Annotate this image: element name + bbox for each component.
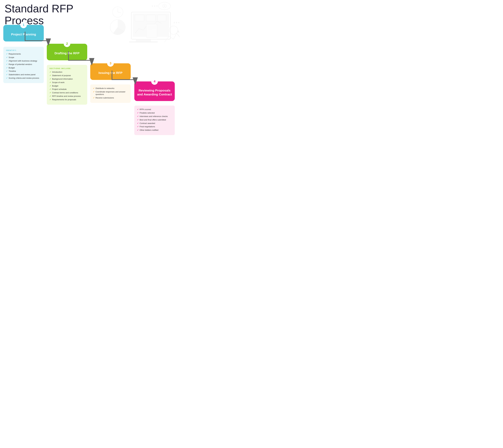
svg-point-22 bbox=[178, 22, 179, 23]
step3-number: 3 bbox=[107, 60, 114, 67]
list-item: ✓Budget bbox=[6, 67, 41, 69]
checkmark-icon: ✓ bbox=[50, 92, 51, 94]
checkmark-icon: ✓ bbox=[6, 63, 8, 66]
checkmark-icon: ✓ bbox=[6, 56, 8, 59]
checkmark-icon: ✓ bbox=[50, 71, 51, 73]
svg-rect-23 bbox=[146, 24, 157, 38]
list-item: ✓Interviews and reference checks bbox=[137, 115, 172, 118]
list-item: ✓Coordinate responses and answer questio… bbox=[93, 91, 128, 96]
checkmark-icon: ✓ bbox=[137, 112, 139, 114]
step2-number: 2 bbox=[64, 40, 70, 47]
step2-panel: SECTIONS INCLUDE: ✓Introduction ✓Stateme… bbox=[47, 65, 87, 105]
step4-label: Reviewing Proposals and Awarding Contrac… bbox=[136, 87, 172, 96]
list-item: ✓Contract terms and conditions bbox=[50, 92, 84, 94]
list-item: ✓Budget bbox=[50, 85, 84, 87]
svg-rect-4 bbox=[135, 15, 144, 21]
svg-point-20 bbox=[174, 22, 175, 23]
checkmark-icon: ✓ bbox=[137, 126, 139, 128]
list-item: ✓Receive submissions bbox=[93, 97, 128, 99]
step4-panel: ✓RFPs scored ✓Finalists selected ✓Interv… bbox=[134, 106, 175, 135]
checkmark-icon: ✓ bbox=[6, 60, 8, 62]
checkmark-icon: ✓ bbox=[137, 119, 139, 121]
list-item: ✓Other bidders notified bbox=[137, 129, 172, 131]
list-item: ✓Stakeholders and review panel bbox=[6, 73, 41, 76]
checkmark-icon: ✓ bbox=[50, 85, 51, 87]
checkmark-icon: ✓ bbox=[93, 97, 95, 99]
checkmark-icon: ✓ bbox=[50, 88, 51, 91]
list-item: ✓Range of potential vendors bbox=[6, 63, 41, 66]
main-title: Standard RFP Process bbox=[4, 3, 73, 27]
list-item: ✓RFP timeline and review process bbox=[50, 95, 84, 97]
checkmark-icon: ✓ bbox=[6, 73, 8, 76]
list-item: ✓Scope of work bbox=[50, 81, 84, 84]
bg-illustration bbox=[106, 0, 181, 57]
arrow1-2 bbox=[23, 32, 53, 48]
checkmark-icon: ✓ bbox=[6, 53, 8, 55]
svg-line-10 bbox=[118, 12, 121, 13]
svg-point-17 bbox=[152, 5, 153, 7]
step4-box: 4 Reviewing Proposals and Awarding Contr… bbox=[134, 81, 175, 101]
checkmark-icon: ✓ bbox=[137, 115, 139, 118]
list-item: ✓Project schedule bbox=[50, 88, 84, 91]
checkmark-icon: ✓ bbox=[137, 129, 139, 131]
svg-rect-3 bbox=[129, 41, 158, 43]
checkmark-icon: ✓ bbox=[137, 122, 139, 125]
title-line1: Standard RFP bbox=[4, 2, 73, 15]
checkmark-icon: ✓ bbox=[93, 91, 95, 93]
list-item: ✓Requirements bbox=[6, 53, 41, 55]
svg-line-15 bbox=[177, 33, 180, 37]
svg-point-19 bbox=[156, 5, 158, 7]
svg-rect-5 bbox=[146, 15, 155, 21]
checkmark-icon: ✓ bbox=[6, 70, 8, 73]
list-item: ✓Alignment with business strategy bbox=[6, 60, 41, 62]
checkmark-icon: ✓ bbox=[50, 74, 51, 77]
svg-point-13 bbox=[164, 5, 165, 7]
checkmark-icon: ✓ bbox=[50, 95, 51, 97]
arrow2-3 bbox=[66, 51, 96, 68]
checkmark-icon: ✓ bbox=[6, 77, 8, 80]
list-item: ✓Statement of purpose bbox=[50, 74, 84, 77]
checkmark-icon: ✓ bbox=[93, 87, 95, 90]
checkmark-icon: ✓ bbox=[137, 108, 139, 111]
checkmark-icon: ✓ bbox=[6, 67, 8, 69]
list-item: ✓Requirements for proposals bbox=[50, 98, 84, 101]
checkmark-icon: ✓ bbox=[50, 78, 51, 80]
list-item: ✓Background information bbox=[50, 78, 84, 80]
svg-point-21 bbox=[176, 22, 177, 23]
list-item: ✓Finalists selected bbox=[137, 112, 172, 114]
step3-panel: ✓Distribute to networks ✓Coordinate resp… bbox=[90, 84, 131, 103]
list-item: ✓Final negotiations bbox=[137, 126, 172, 128]
list-item: ✓RFPs scored bbox=[137, 108, 172, 111]
step1-panel: IDENTIFY: ✓Requirements ✓Scope ✓Alignmen… bbox=[3, 47, 44, 83]
arrow3-4 bbox=[110, 71, 140, 87]
svg-rect-6 bbox=[158, 15, 166, 21]
list-item: ✓Best and final offers submitted bbox=[137, 119, 172, 121]
svg-point-18 bbox=[154, 5, 155, 7]
svg-rect-2 bbox=[136, 39, 151, 41]
step1-number: 1 bbox=[20, 22, 27, 28]
step4-number: 4 bbox=[151, 78, 158, 85]
list-item: ✓Introduction bbox=[50, 71, 84, 73]
checkmark-icon: ✓ bbox=[50, 98, 51, 101]
list-item: ✓Scoring criteria and review process bbox=[6, 77, 41, 80]
list-item: ✓Distribute to networks bbox=[93, 87, 128, 90]
checkmark-icon: ✓ bbox=[50, 81, 51, 84]
list-item: ✓Timeline bbox=[6, 70, 41, 73]
step1-heading: IDENTIFY: bbox=[6, 49, 41, 51]
list-item: ✓Contract awarded bbox=[137, 122, 172, 125]
list-item: ✓Scope bbox=[6, 56, 41, 59]
